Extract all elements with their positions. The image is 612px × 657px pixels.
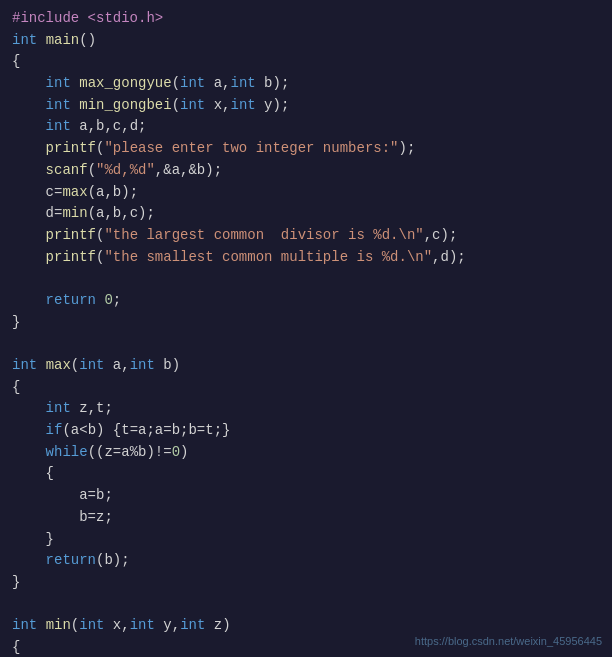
code-line-29: int min(int x,int y,int z)	[12, 615, 600, 637]
code-line-20: if(a<b) {t=a;a=b;b=t;}	[12, 420, 600, 442]
fn-main: main	[46, 32, 80, 48]
code-line-22: {	[12, 463, 600, 485]
code-line-18: {	[12, 377, 600, 399]
code-line-13	[12, 268, 600, 290]
code-line-10: d=min(a,b,c);	[12, 203, 600, 225]
code-line-21: while((z=a%b)!=0)	[12, 442, 600, 464]
keyword-int: int	[12, 32, 37, 48]
code-line-24: b=z;	[12, 507, 600, 529]
code-line-3: {	[12, 51, 600, 73]
code-line-7: printf("please enter two integer numbers…	[12, 138, 600, 160]
code-editor: #include <stdio.h> int main() { int max_…	[0, 0, 612, 657]
code-line-9: c=max(a,b);	[12, 182, 600, 204]
code-line-14: return 0;	[12, 290, 600, 312]
code-line-6: int a,b,c,d;	[12, 116, 600, 138]
code-line-23: a=b;	[12, 485, 600, 507]
code-line-8: scanf("%d,%d",&a,&b);	[12, 160, 600, 182]
code-line-5: int min_gongbei(int x,int y);	[12, 95, 600, 117]
code-line-12: printf("the smallest common multiple is …	[12, 247, 600, 269]
code-line-26: return(b);	[12, 550, 600, 572]
code-line-2: int main()	[12, 30, 600, 52]
code-line-27: }	[12, 572, 600, 594]
code-line-4: int max_gongyue(int a,int b);	[12, 73, 600, 95]
watermark: https://blog.csdn.net/weixin_45956445	[415, 635, 602, 647]
code-line-17: int max(int a,int b)	[12, 355, 600, 377]
code-line-28	[12, 594, 600, 616]
code-line-25: }	[12, 529, 600, 551]
code-line-19: int z,t;	[12, 398, 600, 420]
include-directive: #include <stdio.h>	[12, 10, 163, 26]
code-line-1: #include <stdio.h>	[12, 8, 600, 30]
code-line-11: printf("the largest common divisor is %d…	[12, 225, 600, 247]
code-line-16	[12, 333, 600, 355]
code-line-15: }	[12, 312, 600, 334]
